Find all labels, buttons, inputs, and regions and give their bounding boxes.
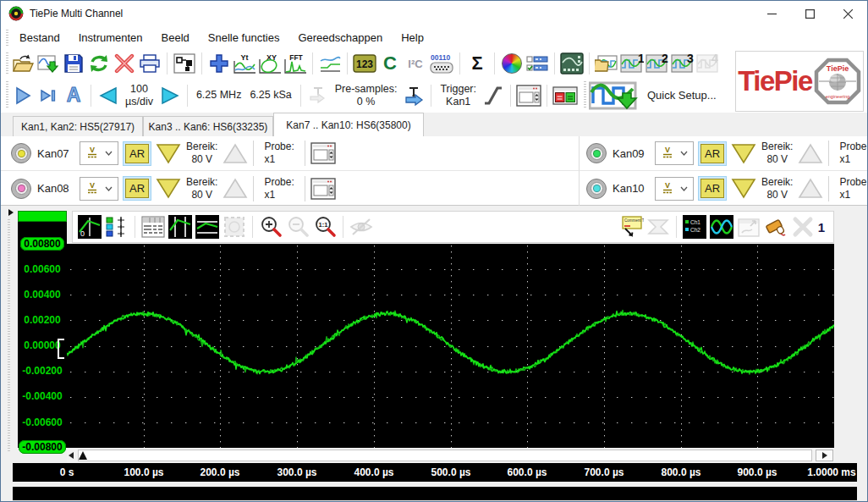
colors-button[interactable] (500, 52, 524, 75)
print-button[interactable] (138, 52, 162, 75)
protocol-analyzer-button[interactable]: 00110 (429, 52, 454, 75)
bnc-connector-icon[interactable] (586, 143, 607, 163)
graph-side-grip[interactable] (8, 219, 10, 453)
y-tick: 0.00200 (18, 314, 67, 326)
settings-list-button[interactable] (525, 52, 549, 75)
toolbar-grip[interactable] (6, 81, 8, 109)
tab-hs5[interactable]: Kan1, Kan2: HS5(27917) (13, 116, 143, 136)
trigger-position-marker[interactable] (79, 451, 87, 460)
bnc-connector-icon[interactable] (586, 179, 607, 199)
oscilloscope-plot[interactable] (67, 244, 834, 448)
yt-graph-button[interactable]: Yt (233, 52, 256, 75)
panel-collapse-arrow[interactable] (8, 209, 14, 216)
toolbar-grip[interactable] (584, 81, 586, 109)
zoom-in-button[interactable] (258, 214, 283, 240)
autosetup-button[interactable]: A (62, 84, 85, 108)
coupling-select[interactable]: V (80, 141, 118, 165)
setup-3-button[interactable]: 3 (671, 52, 695, 75)
menu-bestand[interactable]: Bestand (10, 28, 69, 47)
record-length[interactable]: 6.25 kSa (250, 89, 291, 102)
tab-hs6-2[interactable]: Kan7 .. Kan10: HS6(35800) (273, 113, 424, 136)
zoom-reset-button[interactable]: 1:1 (312, 214, 338, 240)
load-setup-button[interactable] (595, 52, 618, 75)
probe-display: Probe:x1 (264, 176, 294, 201)
coupling-select[interactable]: V (80, 177, 118, 201)
vertical-cursors-button[interactable] (168, 214, 193, 240)
autorange-button[interactable]: AR (698, 176, 727, 201)
menu-snelle-functies[interactable]: Snelle functies (199, 28, 289, 47)
offset-zero-button[interactable]: 0 (77, 214, 102, 240)
minimize-button[interactable] (753, 1, 791, 26)
close-button[interactable] (829, 1, 867, 26)
setup-1-button[interactable]: 1 (620, 52, 644, 75)
open-folder-button[interactable] (11, 52, 35, 75)
channel-markers-button[interactable] (104, 214, 129, 240)
coupling-select[interactable]: V (655, 177, 694, 201)
quick-setup-button[interactable] (589, 84, 641, 108)
timebase-value[interactable]: 100µs/div (125, 83, 153, 108)
save-data-button[interactable] (36, 52, 60, 75)
presamples-increase-button[interactable] (402, 84, 426, 108)
active-channel-bar[interactable] (18, 211, 67, 222)
timebase-faster-button[interactable] (158, 84, 182, 108)
setup-2-button[interactable]: 2 (646, 52, 669, 75)
menu-help[interactable]: Help (392, 28, 433, 47)
channel-enable-button[interactable] (552, 84, 578, 108)
trigger-source[interactable]: Trigger:Kan1 (440, 83, 476, 108)
meter-button[interactable] (318, 52, 342, 75)
toolbar-grip[interactable] (6, 52, 8, 74)
menu-instrumenten[interactable]: Instrumenten (69, 28, 152, 47)
menu-beeld[interactable]: Beeld (152, 28, 199, 47)
maximize-button[interactable] (791, 1, 829, 26)
timebase-slower-button[interactable] (96, 84, 120, 108)
tab-hs6-1[interactable]: Kan3 .. Kan6: HS6(33235) (143, 116, 273, 136)
start-button[interactable] (11, 84, 35, 108)
add-comment-button[interactable]: Comment Text (618, 214, 644, 240)
trigger-settings-button[interactable] (516, 84, 541, 108)
horizontal-scrollbar[interactable] (67, 448, 834, 463)
delete-button[interactable] (113, 52, 136, 75)
probe-value: x1 (839, 189, 868, 201)
ground-reference-marker[interactable] (58, 339, 64, 359)
legend-button[interactable]: Ch1Ch2 (682, 214, 707, 240)
bnc-connector-icon[interactable] (11, 179, 31, 199)
measurements-table-button[interactable] (140, 214, 166, 240)
i2c-analyzer-button[interactable]: I²C (404, 52, 427, 75)
graph-settings-button[interactable] (560, 52, 584, 75)
range-decrease-button[interactable] (156, 143, 181, 164)
scrollbar-right-button[interactable] (816, 450, 833, 461)
sum-channel-button[interactable]: Σ (465, 52, 489, 75)
xy-graph-button[interactable]: XY (258, 52, 282, 75)
bnc-connector-icon[interactable] (11, 143, 31, 163)
x-axis[interactable]: 0 s 100.0 µs 200.0 µs 300.0 µs 400.0 µs … (13, 463, 857, 482)
range-decrease-button[interactable] (731, 178, 756, 199)
capacitance-meter-button[interactable]: C (378, 52, 402, 75)
autorange-button[interactable]: AR (123, 176, 151, 201)
horizontal-cursors-button[interactable] (195, 214, 220, 240)
add-instrument-button[interactable] (207, 52, 231, 75)
oneshot-button[interactable] (36, 84, 60, 108)
y-axis-scale[interactable]: 0.00800 0.00600 0.00400 0.00200 0.00000 … (18, 222, 67, 448)
menu-gereedschappen[interactable]: Gereedschappen (288, 28, 392, 47)
channel-settings-button[interactable] (310, 142, 336, 164)
clear-graph-button[interactable] (763, 214, 788, 240)
fft-graph-button[interactable]: FFT (283, 52, 307, 75)
hide-trace-button (349, 214, 374, 240)
coupling-select[interactable]: V (655, 141, 694, 165)
quick-setup-label[interactable]: Quick Setup... (647, 89, 717, 102)
object-tree-button[interactable] (173, 52, 196, 75)
trace-style-button[interactable] (709, 214, 734, 240)
trigger-edge-button[interactable] (481, 84, 505, 108)
save-button[interactable] (62, 52, 85, 75)
sample-frequency[interactable]: 6.25 MHz (196, 89, 242, 102)
scrollbar-left-arrow-icon[interactable] (69, 452, 74, 459)
range-decrease-button[interactable] (731, 143, 756, 164)
autorange-button[interactable]: AR (123, 141, 151, 166)
autorange-button[interactable]: AR (698, 141, 727, 166)
counter-display-button[interactable]: 123 (353, 52, 376, 75)
range-decrease-button[interactable] (156, 178, 181, 199)
channel-settings-button[interactable] (310, 178, 336, 200)
scrollbar-track[interactable] (78, 450, 812, 461)
menubar-grip[interactable] (6, 30, 8, 46)
refresh-button[interactable] (87, 52, 111, 75)
